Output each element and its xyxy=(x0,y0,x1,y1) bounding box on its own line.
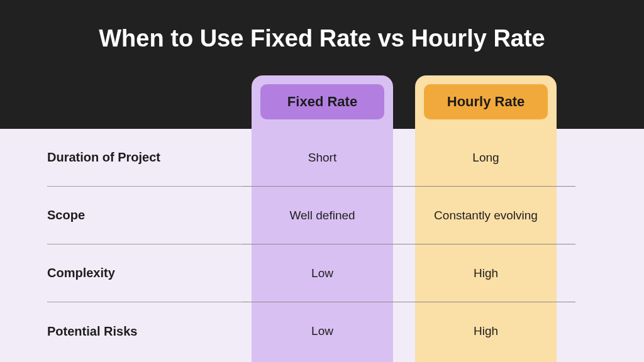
hourly-value: Long xyxy=(415,129,557,187)
row-label: Complexity xyxy=(47,244,242,302)
fixed-rate-header: Fixed Rate xyxy=(260,84,384,119)
hourly-value: Constantly evolving xyxy=(415,187,557,244)
row-label: Scope xyxy=(47,187,242,244)
hourly-rate-header: Hourly Rate xyxy=(424,84,548,119)
criteria-labels: Duration of Project Scope Complexity Pot… xyxy=(47,129,242,360)
fixed-value: Well defined xyxy=(252,187,393,244)
row-label: Duration of Project xyxy=(47,129,242,187)
hourly-value: High xyxy=(415,302,557,360)
fixed-value: Short xyxy=(252,129,393,187)
row-label: Potential Risks xyxy=(47,302,242,360)
hourly-value: High xyxy=(415,244,557,302)
fixed-value: Low xyxy=(252,302,393,360)
hourly-rate-values: Long Constantly evolving High High xyxy=(415,129,557,360)
page-title: When to Use Fixed Rate vs Hourly Rate xyxy=(0,25,644,52)
fixed-value: Low xyxy=(252,244,393,302)
fixed-rate-values: Short Well defined Low Low xyxy=(252,129,393,360)
